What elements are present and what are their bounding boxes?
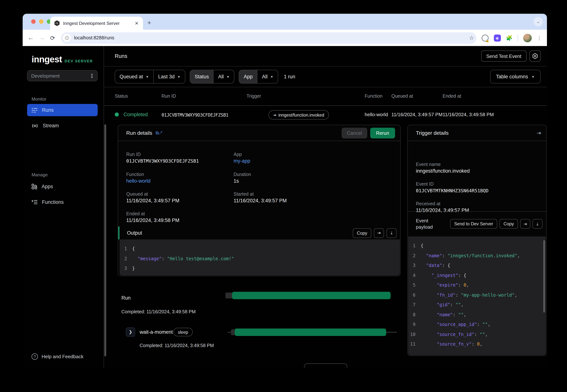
send-test-event-button[interactable]: Send Test Event <box>481 51 526 62</box>
word-wrap-button[interactable]: ⇥ <box>520 219 530 229</box>
browser-window: Inngest Development Server ✕ + ⌄ ← → ⟳ ⓘ… <box>23 14 547 368</box>
extensions-puzzle-icon[interactable]: 🧩 <box>506 35 512 41</box>
app-value-link[interactable]: my-app <box>234 158 250 164</box>
column-header-function: Function <box>365 94 383 99</box>
send-to-dev-server-button[interactable]: Send to Dev Server <box>450 219 497 229</box>
minimize-window-button[interactable] <box>39 19 43 24</box>
password-manager-extension-icon[interactable] <box>482 34 488 42</box>
function-value-link[interactable]: hello-world <box>126 178 151 184</box>
event-name-value: inngest/function.invoked <box>416 168 470 174</box>
column-header-queued: Queued at <box>391 94 413 99</box>
load-more-button-partial[interactable] <box>304 364 347 368</box>
sidebar-section-monitor: Monitor <box>31 97 46 102</box>
queued-at-segment[interactable]: Queued at ▼ <box>115 70 153 83</box>
table-columns-label: Table columns <box>496 74 528 79</box>
new-tab-button[interactable]: + <box>147 19 151 27</box>
sidebar-item-label: Runs <box>42 107 54 113</box>
macos-traffic-lights <box>31 19 51 24</box>
tab-close-icon[interactable]: ✕ <box>134 21 139 26</box>
filter-bar: Queued at ▼ Last 3d ▼ Status A <box>104 67 547 87</box>
word-wrap-button[interactable]: ⇥ <box>374 228 384 238</box>
queued-at-label: Queued at <box>126 192 148 197</box>
run-timeline-bar[interactable] <box>232 292 391 299</box>
ended-at-value: 11/16/2024, 3:49:58 PM <box>126 218 179 223</box>
table-row[interactable]: Completed 01JCVBTMV3WXY9D3CFDEJFZSB1 ‹‹●… <box>104 106 547 125</box>
run-completed-text: Completed: 11/16/2024, 3:49:58 PM <box>121 309 196 314</box>
collapse-panel-icon[interactable]: ⇥ <box>537 130 541 136</box>
step-timeline-bar[interactable] <box>235 329 386 336</box>
updown-chevron-icon: ▲▼ <box>90 73 94 79</box>
sidebar-item-stream[interactable]: Stream <box>27 120 98 132</box>
sidebar-item-label: Functions <box>42 199 64 205</box>
started-at-label: Started at <box>234 192 254 197</box>
environment-select[interactable]: Development ▲▼ <box>27 70 98 81</box>
scroll-to-bottom-button[interactable]: ⤓ <box>532 219 542 229</box>
completed-status-dot <box>115 112 119 117</box>
tab-search-chevron-icon[interactable]: ⌄ <box>534 17 543 26</box>
reload-button[interactable]: ⟳ <box>50 34 55 42</box>
back-button[interactable]: ← <box>28 35 34 41</box>
run-count: 1 run <box>284 74 295 79</box>
sidebar-item-apps[interactable]: Apps <box>27 181 98 193</box>
duration-value: 1s <box>234 178 239 184</box>
row-run-id: 01JCVBTMV3WXY9D3CFDEJFZSB1 <box>161 112 228 118</box>
timerange-segment[interactable]: Last 3d ▼ <box>153 70 185 83</box>
code-line: 11"source_fn_v": 0, <box>408 339 546 349</box>
output-code-block[interactable]: 1{2"message": "Hello test@example.com!"3… <box>120 239 400 275</box>
status-filter[interactable]: Status All ▼ <box>190 70 234 84</box>
sidebar-item-label: Apps <box>42 184 53 189</box>
bookmark-star-icon[interactable]: ☆ <box>469 35 474 41</box>
run-id-label: Run ID <box>126 152 141 157</box>
main-scrollbar[interactable] <box>104 124 106 356</box>
cancel-button[interactable]: Cancel <box>342 127 367 138</box>
run-details-title: Run details <box>126 130 152 136</box>
queued-at-filter[interactable]: Queued at ▼ Last 3d ▼ <box>115 70 185 84</box>
code-line: 2"message": "Hello test@example.com!" <box>120 254 400 264</box>
forward-button[interactable]: → <box>39 35 45 41</box>
event-id-value: 01JCVBTMTKNHNHZ3SN64R51BQD <box>416 188 488 193</box>
code-line: 3"data": { <box>408 261 546 270</box>
browser-tab-strip: Inngest Development Server ✕ + ⌄ <box>23 14 547 30</box>
runs-icon <box>31 108 38 113</box>
browser-menu-icon[interactable]: ⋮ <box>537 35 542 41</box>
event-payload-code-block[interactable]: 1{2"name": "inngest/function.invoked",3"… <box>408 237 546 355</box>
status-text: Completed <box>124 112 148 117</box>
table-columns-button[interactable]: Table columns ▼ <box>490 70 541 84</box>
chevron-down-icon: ▼ <box>226 75 230 79</box>
scroll-to-bottom-button[interactable]: ⤓ <box>386 228 397 238</box>
code-line: 10"source_fn_id": "", <box>408 329 546 339</box>
help-and-feedback[interactable]: ? Help and Feedback <box>31 353 84 360</box>
row-status: Completed <box>115 112 148 117</box>
profile-avatar[interactable] <box>523 34 532 42</box>
screenshot-stage: Inngest Development Server ✕ + ⌄ ← → ⟳ ⓘ… <box>0 0 567 392</box>
payload-copy-button[interactable]: Copy <box>499 219 518 229</box>
inngest-favicon-icon <box>54 20 60 26</box>
url-text[interactable]: localhost:8288/runs <box>74 35 466 41</box>
app-filter[interactable]: App All ▼ <box>239 70 278 84</box>
output-copy-button[interactable]: Copy <box>353 228 371 238</box>
logo-row: inngest DEV SERVER <box>31 54 93 65</box>
code-line: 1{ <box>120 244 400 254</box>
rerun-button[interactable]: Rerun <box>370 127 395 138</box>
browser-tab[interactable]: Inngest Development Server ✕ <box>50 17 143 30</box>
environment-select-value: Development <box>31 73 60 79</box>
sidebar-item-runs[interactable]: Runs <box>27 104 98 116</box>
payload-scrollbar[interactable] <box>543 240 545 313</box>
app-filter-label: App <box>244 74 253 79</box>
sidebar-section-manage: Manage <box>31 172 48 177</box>
site-info-icon[interactable]: ⓘ <box>63 34 71 42</box>
app-filter-label-segment: App <box>239 70 257 83</box>
dev-server-label: DEV SERVER <box>65 59 93 63</box>
queued-at-label: Queued at <box>120 74 143 79</box>
app-filter-value-segment[interactable]: All ▼ <box>257 70 278 83</box>
expand-step-chevron[interactable]: ❯ <box>126 327 135 337</box>
sidebar-item-functions[interactable]: Functions <box>27 196 98 208</box>
external-link-icon[interactable]: ⧉↗ <box>156 130 162 136</box>
status-filter-value-segment[interactable]: All ▼ <box>213 70 234 83</box>
status-filter-label-segment: Status <box>190 70 213 83</box>
close-window-button[interactable] <box>31 19 36 24</box>
url-bar[interactable]: ⓘ localhost:8288/runs ☆ <box>61 32 476 44</box>
purple-extension-icon[interactable]: ◉ <box>494 34 501 42</box>
functions-icon <box>31 200 38 205</box>
settings-gear-button[interactable] <box>529 51 541 62</box>
